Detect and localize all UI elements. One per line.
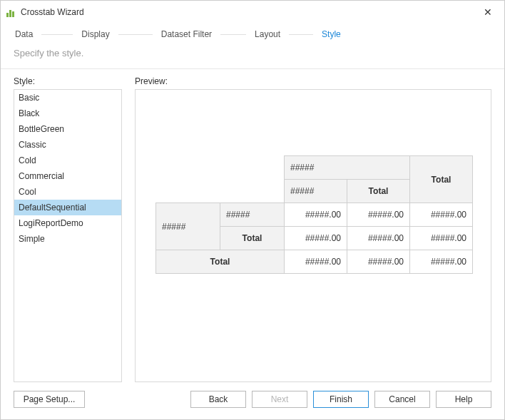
step-display[interactable]: Display — [80, 29, 111, 39]
finish-button[interactable]: Finish — [313, 391, 369, 408]
cell-value: #####.00 — [347, 250, 410, 274]
style-item[interactable]: Simple — [14, 231, 121, 247]
cell-value: #####.00 — [285, 250, 347, 274]
app-icon — [6, 7, 16, 17]
step-dataset-filter[interactable]: Dataset Filter — [160, 29, 213, 39]
footer: Page Setup... Back Next Finish Cancel He… — [1, 382, 504, 419]
style-item[interactable]: Classic — [14, 137, 121, 153]
back-button[interactable]: Back — [190, 391, 246, 408]
preview-panel: ##### Total ##### Total ##### ##### ####… — [135, 89, 491, 382]
cell-value: #####.00 — [285, 203, 347, 227]
subtitle: Specify the style. — [1, 43, 504, 68]
cell-value: #####.00 — [347, 203, 410, 227]
step-data[interactable]: Data — [14, 29, 34, 39]
help-button[interactable]: Help — [436, 391, 491, 408]
step-layout[interactable]: Layout — [253, 29, 282, 39]
cell-value: #####.00 — [347, 227, 410, 250]
cell-value: #####.00 — [410, 250, 473, 274]
cancel-button[interactable]: Cancel — [374, 391, 430, 408]
wizard-steps: Data Display Dataset Filter Layout Style — [1, 24, 504, 43]
cell-value: #####.00 — [410, 203, 473, 227]
window-title: Crosstab Wizard — [21, 7, 84, 17]
row-group-header: ##### — [156, 203, 220, 250]
crosstab-preview: ##### Total ##### Total ##### ##### ####… — [155, 155, 473, 274]
preview-label: Preview: — [135, 76, 491, 86]
col-header: ##### — [285, 180, 347, 203]
style-item[interactable]: Cool — [14, 184, 121, 200]
page-setup-button[interactable]: Page Setup... — [14, 391, 85, 408]
style-item[interactable]: BottleGreen — [14, 121, 121, 137]
row-grand-total-header: Total — [156, 250, 285, 274]
style-item[interactable]: DefaultSequential — [14, 200, 121, 215]
cell-value: #####.00 — [410, 227, 473, 250]
style-item[interactable]: Cold — [14, 153, 121, 168]
style-item[interactable]: Black — [14, 106, 121, 121]
col-grand-total-header: Total — [410, 156, 473, 203]
style-label: Style: — [14, 76, 122, 86]
cell-value: #####.00 — [285, 227, 347, 250]
col-group-header: ##### — [285, 156, 410, 180]
col-total-header: Total — [347, 180, 410, 203]
close-icon[interactable]: ✕ — [477, 4, 499, 21]
row-header: ##### — [220, 203, 285, 227]
style-list[interactable]: BasicBlackBottleGreenClassicColdCommerci… — [14, 89, 122, 382]
style-item[interactable]: LogiReportDemo — [14, 215, 121, 231]
style-item[interactable]: Basic — [14, 90, 121, 106]
next-button: Next — [252, 391, 307, 408]
title-bar: Crosstab Wizard ✕ — [1, 1, 504, 24]
step-style[interactable]: Style — [320, 29, 342, 39]
style-item[interactable]: Commercial — [14, 168, 121, 184]
row-total-header: Total — [220, 227, 285, 250]
